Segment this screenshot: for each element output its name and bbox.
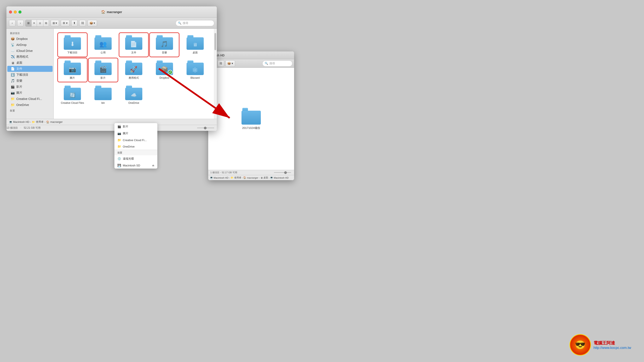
sidebar-item-photos[interactable]: 📷 圖片 <box>7 90 52 96</box>
search-2[interactable]: 🔍 搜尋 <box>262 60 292 66</box>
file-item-bin[interactable]: bin <box>89 83 118 107</box>
dropdown-onedrive[interactable]: 📁 OneDrive <box>114 143 157 150</box>
photos-dd-icon: 📷 <box>118 132 121 135</box>
docs-icon: 📄 <box>11 67 14 71</box>
dropdown-optical[interactable]: 💿 遠端光碟 <box>114 155 157 162</box>
dropdown-creative[interactable]: 📁 Creative Cloud Fi... <box>114 137 157 143</box>
sidebar-item-desktop[interactable]: 🖥 桌面 <box>7 60 52 66</box>
file-item-music[interactable]: 🎵 音樂 <box>150 33 179 57</box>
creative-dd-label: Creative Cloud Fi... <box>123 139 146 142</box>
file-item-photos[interactable]: 📷 圖片 <box>58 58 87 82</box>
sidebar-item-movies[interactable]: 🎬 影片 <box>7 84 52 90</box>
folder-icon-downloads: ⬇ <box>64 35 81 50</box>
traffic-lights <box>9 10 22 13</box>
view-icon-button[interactable]: ⊞ <box>26 20 32 26</box>
sidebar-item-downloads[interactable]: ⬇️ 下載項目 <box>7 72 52 78</box>
win2-breadcrumb: 💻 Macintosh HD › 📁 使用者 › 🏠 macranger › 🖥… <box>208 175 294 180</box>
onedrive-dd-label: OneDrive <box>123 145 134 148</box>
eject-icon[interactable]: ⏏ <box>152 164 154 167</box>
finder-window-main: 🏠 macranger ‹ › ⊞ ≡ ⫼ ⧉ ⊞ ▾ ⚙ ▾ ⬆ ⛓ 📦 ▾ … <box>6 6 217 131</box>
file-name-desktop: 桌面 <box>192 51 198 54</box>
close-button[interactable] <box>9 10 12 13</box>
sidebar-item-onedrive[interactable]: 📁 OneDrive <box>7 102 52 108</box>
link-button[interactable]: ⛓ <box>79 20 86 26</box>
desktop-icon: 🖥 <box>11 61 14 65</box>
breadcrumb-users: 📁 使用者 <box>32 120 44 124</box>
sidebar-item-dropbox[interactable]: 📦 Dropbox <box>7 36 52 42</box>
breadcrumb-macranger: 🏠 macranger <box>46 120 62 123</box>
search-box[interactable]: 🔍 搜尋 <box>176 20 214 26</box>
file-item-blizzard[interactable]: ❄️ Blizzard <box>180 58 210 82</box>
file-item-documents[interactable]: 📄 文件 <box>119 33 148 57</box>
view-list-button[interactable]: ≡ <box>32 20 37 26</box>
file-name-creative: Creative Cloud Files <box>61 101 84 105</box>
file-name-blizzard: Blizzard <box>190 76 200 80</box>
optical-dd-label: 遠端光碟 <box>123 157 134 161</box>
file-name-apps: 應用程式 <box>128 76 139 80</box>
folder-icon-creative: 🔄 <box>64 86 81 100</box>
file-item-onedrive[interactable]: ☁️ OneDrive <box>119 83 148 107</box>
sidebar-docs-label: 文件 <box>16 67 22 71</box>
sidebar-item-airdrop[interactable]: 📡 AirDrop <box>7 42 52 48</box>
dropbox-badge: ✓ <box>168 70 172 75</box>
sidebar-item-docs[interactable]: 📄 文件 <box>7 66 52 72</box>
movies-dd-icon: 🎬 <box>118 125 121 128</box>
dropdown-sd[interactable]: 💾 Macintosh SD ⏏ <box>114 162 157 169</box>
slider-thumb[interactable] <box>204 127 206 129</box>
zoom-slider[interactable] <box>197 128 214 128</box>
dropbox-btn-2[interactable]: 📦 ▾ <box>226 60 235 67</box>
view-column-button[interactable]: ⫼ <box>37 20 43 26</box>
view-grid-dropdown[interactable]: ⊞ ▾ <box>51 20 59 26</box>
toolbar: ‹ › ⊞ ≡ ⫼ ⧉ ⊞ ▾ ⚙ ▾ ⬆ ⛓ 📦 ▾ 🔍 搜尋 <box>6 17 217 29</box>
sidebar-item-apps[interactable]: ✈️ 應用程式 <box>7 54 52 60</box>
sidebar-downloads-label: 下載項目 <box>16 73 28 77</box>
search-placeholder-2: 搜尋 <box>270 61 275 65</box>
file-item-downloads[interactable]: ⬇ 下載項目 <box>58 33 87 57</box>
search-icon: 🔍 <box>178 21 182 25</box>
title-bar-2: intosh HD <box>208 51 294 59</box>
movies-icon: 🎬 <box>11 85 14 89</box>
watermark-name: 電腦王阿達 <box>594 340 631 346</box>
file-area: ⬇ 下載項目 👥 公用 <box>54 29 214 119</box>
file-grid: ⬇ 下載項目 👥 公用 <box>58 33 210 107</box>
file-name-onedrive: OneDrive <box>128 101 139 105</box>
share-button[interactable]: ⬆ <box>71 20 78 26</box>
back-button[interactable]: ‹ <box>9 20 16 26</box>
search-icon-2: 🔍 <box>265 62 268 65</box>
file-item-movies[interactable]: 🎬 影片 <box>89 58 118 82</box>
sidebar-item-icloud[interactable]: ☁️ iCloud Drive <box>7 48 52 54</box>
file-name-dropbox: Dropbox <box>160 76 169 80</box>
dropdown-devices-section: 裝置 <box>114 150 157 155</box>
scroll-thumb[interactable] <box>214 33 216 50</box>
item-count: 13 個項目 <box>6 126 18 130</box>
airdrop-icon: 📡 <box>11 43 14 47</box>
forward-button[interactable]: › <box>17 20 24 26</box>
link-btn-2[interactable]: ⛓ <box>218 60 224 67</box>
dropbox-button[interactable]: 📦 ▾ <box>88 20 97 26</box>
sidebar-item-music[interactable]: 🎵 音樂 <box>7 78 52 84</box>
sidebar-item-creative[interactable]: 📁 Creative Cloud Fi... <box>7 96 52 102</box>
title-bar: 🏠 macranger <box>6 6 217 17</box>
view-cover-button[interactable]: ⧉ <box>43 20 49 26</box>
icloud-icon: ☁️ <box>11 49 14 53</box>
file-item-desktop[interactable]: 🖥 桌面 <box>180 33 210 57</box>
folder-icon-music: 🎵 <box>156 35 173 50</box>
dropdown-photos[interactable]: 📷 圖片 <box>114 130 157 137</box>
file-item-creative[interactable]: 🔄 Creative Cloud Files <box>58 83 87 107</box>
dropdown-movies[interactable]: 🎬 影片 <box>114 123 157 130</box>
file-name-music: 音樂 <box>162 51 167 54</box>
scrollbar[interactable] <box>214 29 217 119</box>
folder-icon-desktop: 🖥 <box>186 35 204 50</box>
action-button[interactable]: ⚙ ▾ <box>61 20 70 26</box>
breadcrumb: 💻 Macintosh HD › 📁 使用者 › 🏠 macranger <box>6 119 217 125</box>
folder-icon-movies: 🎬 <box>94 60 112 75</box>
maximize-button[interactable] <box>18 10 22 13</box>
minimize-button[interactable] <box>14 10 17 13</box>
folder-icon-apps: 🚀 <box>125 60 142 75</box>
file-item-apps[interactable]: 🚀 應用程式 <box>119 58 148 82</box>
toolbar-2: ⬆ ⛓ 📦 ▾ 🔍 搜尋 <box>208 59 294 68</box>
folder-icon-onedrive: ☁️ <box>125 86 142 100</box>
file-item-dropbox[interactable]: 📦 ✓ Dropbox <box>150 58 179 82</box>
dropbox-icon: 📦 <box>11 37 14 41</box>
file-item-public[interactable]: 👥 公用 <box>89 33 118 57</box>
